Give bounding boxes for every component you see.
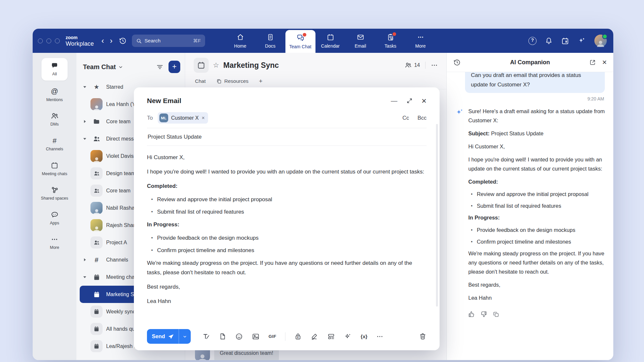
ai-conversation[interactable]: Can you draft an email that provides a s… [447,72,613,360]
new-chat-button[interactable]: + [169,61,180,73]
presence-indicator [602,34,607,39]
gif-icon[interactable]: GIF [268,334,276,339]
caret-down-icon[interactable] [82,275,87,279]
toolbar-more-icon[interactable] [376,333,383,340]
image-icon[interactable] [252,333,260,340]
meeting-calendar-icon [90,323,103,335]
history-icon[interactable] [119,37,127,45]
window-control-dot[interactable] [46,38,51,43]
discard-trash-icon[interactable] [419,333,427,340]
nav-tab-tasks[interactable]: Tasks [376,29,406,53]
favorite-star-icon[interactable]: ☆ [213,61,219,69]
search-placeholder: Search [145,38,161,44]
window-control-dot[interactable] [55,38,60,43]
member-count[interactable]: 14 [405,62,420,69]
nav-tab-team-chat[interactable]: Team Chat [285,30,315,53]
caret-right-icon[interactable] [82,120,87,123]
rail-item-channels[interactable]: # Channels [37,134,72,155]
bcc-button[interactable]: Bcc [417,115,427,121]
folder-icon [90,118,103,125]
send-split-button[interactable]: Send [147,329,191,344]
subject-label: Subject: [468,130,490,136]
subject-input[interactable]: Project Status Update [147,128,427,146]
rail-item-meeting-chats[interactable]: Meeting chats [37,159,72,179]
channel-more-icon[interactable] [431,62,438,69]
send-plane-icon [168,334,174,339]
notifications-bell-icon[interactable] [545,37,553,45]
search-input[interactable]: Search ⌘F [132,35,205,47]
calendar-date-icon[interactable] [561,37,569,45]
ai-companion-sparkle-icon[interactable] [577,37,586,45]
more-icon [417,33,425,41]
compose-toolbar: Send GIF [147,329,427,344]
ai-companion-panel: AI Companion × Can you draft an email th… [446,53,613,360]
remove-recipient-icon[interactable]: × [201,115,204,121]
rail-item-dms[interactable]: DMs [37,109,72,130]
main-nav: Home Docs Team Chat Calendar [225,29,436,53]
email-body-editor[interactable]: Hi Customer X, I hope you're doing well!… [147,146,427,306]
team-chat-icon [296,34,305,42]
user-avatar[interactable] [594,35,607,47]
search-icon [136,38,142,44]
signature-pen-icon[interactable] [311,333,318,340]
caret-right-icon[interactable] [82,258,87,262]
calendar-icon [51,161,58,170]
rail-item-all[interactable]: All [41,58,68,81]
send-button[interactable]: Send [147,329,179,344]
modal-title: New Email [147,97,181,105]
nav-tab-docs[interactable]: Docs [255,29,285,53]
topbar-right-actions [528,35,607,47]
variables-icon[interactable]: {x} [361,334,367,339]
sidebar-title-dropdown[interactable]: Team Chat [83,63,123,71]
ai-response: Sure! Here's a draft email asking for a … [455,107,605,306]
ai-sparkle-icon [455,108,464,306]
cc-button[interactable]: Cc [402,115,409,121]
list-item: Submit final list of required features [151,207,427,217]
rail-item-shared-spaces[interactable]: Shared spaces [37,183,72,204]
copy-icon[interactable] [493,311,499,318]
thumbs-up-icon[interactable] [468,311,475,318]
emoji-icon[interactable] [235,333,243,340]
back-button[interactable]: ‹ [99,37,107,45]
window-control-dot[interactable] [38,38,43,43]
window-controls[interactable] [38,38,60,43]
toolbar-divider [285,332,285,341]
encrypt-lock-icon[interactable]: E [294,333,302,340]
nav-tab-email[interactable]: Email [346,29,376,53]
recipient-chip[interactable]: ML Customer X × [158,112,208,124]
caret-down-icon[interactable] [82,137,87,141]
close-icon[interactable]: × [422,97,427,105]
help-icon[interactable] [528,37,537,45]
rail-item-more[interactable]: More [37,233,72,253]
rail-item-mentions[interactable]: @ Mentions [37,85,72,105]
hash-icon: # [53,137,56,145]
tab-add[interactable]: + [259,78,263,85]
expand-icon[interactable] [406,98,413,104]
forward-button[interactable]: › [107,37,116,45]
caret-down-icon[interactable] [82,85,87,89]
send-options-dropdown[interactable] [179,329,191,344]
attach-file-icon[interactable] [219,333,226,340]
tab-resources[interactable]: Resources [216,78,249,84]
list-item: Confirm project timeline and milestones [471,237,605,246]
thumbs-down-icon[interactable] [480,311,487,318]
star-icon: ★ [90,83,103,91]
template-layout-icon[interactable] [327,333,335,340]
minimize-icon[interactable]: — [391,98,397,104]
open-in-window-icon[interactable] [589,59,596,66]
filter-icon[interactable] [156,63,164,71]
new-email-modal: New Email — × To ML Customer X × Cc [134,87,440,350]
nav-tab-home[interactable]: Home [225,29,255,53]
nav-tab-calendar[interactable]: Calendar [315,29,346,53]
rail-item-apps[interactable]: Apps [37,208,72,229]
nav-tab-more[interactable]: More [406,29,436,53]
text-format-icon[interactable] [202,333,210,340]
ai-panel-title: AI Companion [447,59,613,66]
recipient-row[interactable]: To ML Customer X × Cc Bcc [147,112,427,128]
ai-history-icon[interactable] [453,59,461,66]
ai-compose-sparkle-icon[interactable] [344,333,352,340]
modal-scrollbar[interactable] [436,124,438,307]
unread-badge [302,32,307,37]
ai-close-icon[interactable]: × [602,58,607,66]
tab-chat[interactable]: Chat [195,78,206,84]
